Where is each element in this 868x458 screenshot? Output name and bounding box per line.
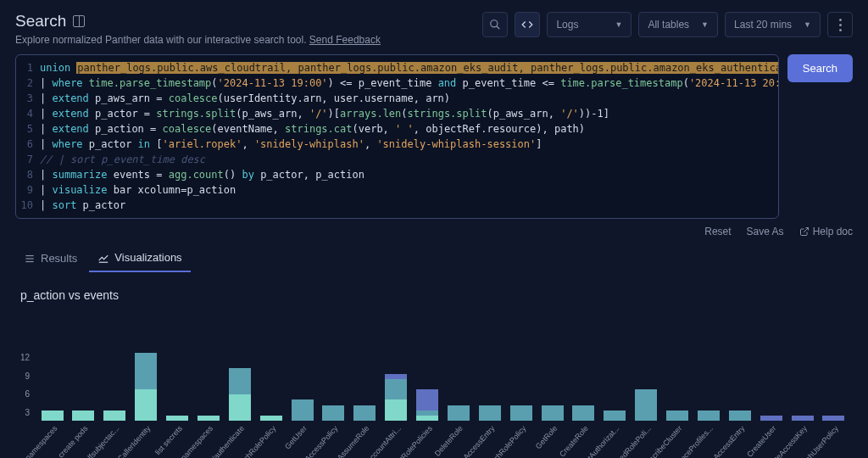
line-number: 10 <box>16 198 40 213</box>
chevron-down-icon: ▼ <box>804 20 811 29</box>
bar-column[interactable]: CreateAccessKey <box>788 310 816 421</box>
save-as-link[interactable]: Save As <box>747 226 784 237</box>
bar-label: CreateUser <box>745 424 777 458</box>
bar-column[interactable]: DeleteRole <box>445 310 473 421</box>
bar <box>760 416 782 421</box>
bar-segment <box>479 405 501 421</box>
page-subtitle: Explore normalized Panther data with our… <box>15 34 381 46</box>
help-doc-link[interactable]: Help doc <box>799 226 853 237</box>
bar <box>198 416 220 421</box>
bar-label: AssumeRole <box>336 424 371 458</box>
magnifier-icon <box>489 19 501 31</box>
search-icon-button[interactable] <box>482 12 508 37</box>
bar-column[interactable]: DescribeCluster <box>664 310 692 421</box>
bar <box>322 405 344 421</box>
bar-segment <box>260 416 282 421</box>
code-mode-button[interactable] <box>515 12 540 37</box>
bar-column[interactable]: create pods <box>70 310 97 421</box>
source-select[interactable]: Logs ▼ <box>547 12 632 37</box>
header-controls: Logs ▼ All tables ▼ Last 20 mins ▼ <box>482 12 853 37</box>
bar <box>353 405 376 421</box>
code-text: | visualize bar xcolumn=p_action <box>40 182 236 198</box>
bar-segment <box>666 411 688 421</box>
y-tick: 3 <box>20 408 30 417</box>
bar-segment <box>542 405 564 421</box>
bar <box>792 416 814 421</box>
book-icon[interactable] <box>73 15 85 27</box>
list-icon <box>24 253 36 265</box>
bar-segment <box>135 389 157 421</box>
y-tick: 9 <box>20 371 30 381</box>
bar-segment <box>729 411 751 421</box>
more-menu-button[interactable] <box>827 12 853 37</box>
line-number: 5 <box>16 121 40 137</box>
bar <box>604 411 626 421</box>
time-range-select[interactable]: Last 20 mins ▼ <box>725 12 821 37</box>
bar-label: DeleteRole <box>433 424 465 458</box>
help-doc-label: Help doc <box>813 226 853 237</box>
bar-segment <box>604 411 626 421</box>
editor-line: 10| sort p_actor <box>16 198 778 213</box>
bar-column[interactable]: GetUser <box>288 310 316 421</box>
bar-segment <box>229 394 251 421</box>
query-editor[interactable]: 1union panther_logs.public.aws_cloudtrai… <box>15 54 779 219</box>
bar-column[interactable]: ListRolePolicies <box>414 310 442 421</box>
bar-column[interactable]: get namespaces <box>38 310 66 421</box>
line-number: 6 <box>16 137 40 152</box>
source-select-label: Logs <box>556 19 578 31</box>
bar <box>572 405 594 421</box>
tab-visualizations[interactable]: Visualizations <box>89 244 190 272</box>
bar-column[interactable]: create namespaces <box>195 310 223 421</box>
bar-segment <box>135 353 157 389</box>
bar-segment <box>510 405 532 421</box>
editor-actions: Reset Save As Help doc <box>15 226 853 237</box>
bar <box>103 411 125 421</box>
chart-panel: p_action vs events 12963 get namespacesc… <box>15 288 853 421</box>
editor-line: 5| extend p_action = coalesce(eventName,… <box>16 121 778 137</box>
bar <box>385 374 407 421</box>
bar-segment <box>103 411 125 421</box>
bar-column[interactable]: CreateRole <box>570 310 598 421</box>
bar-column[interactable]: AssumeRole <box>351 310 379 421</box>
tab-visualizations-label: Visualizations <box>114 251 181 264</box>
bar-column[interactable]: ListAttachedRolePoli... <box>632 310 660 421</box>
send-feedback-link[interactable]: Send Feedback <box>309 34 381 46</box>
bar-column[interactable]: AssociateAccessPolicy <box>320 310 348 421</box>
tab-results[interactable]: Results <box>15 244 86 272</box>
bar-segment <box>792 416 814 421</box>
bar-segment <box>416 389 438 411</box>
bar <box>666 411 688 421</box>
bar-segment <box>822 416 844 421</box>
reset-link[interactable]: Reset <box>704 226 731 237</box>
bar-column[interactable]: ListInstanceProfiles... <box>695 310 723 421</box>
editor-line: 3| extend p_aws_arn = coalesce(userIdent… <box>16 91 778 106</box>
bar-column[interactable]: AttachUserPolicy <box>820 310 848 421</box>
tables-select[interactable]: All tables ▼ <box>638 12 718 37</box>
bar-column[interactable]: DeleteAccessEntry <box>726 310 754 421</box>
bar-column[interactable]: CreateUser <box>757 310 785 421</box>
bar <box>260 416 282 421</box>
bar-label: list secrets <box>153 424 184 456</box>
bar-column[interactable]: DetachRolePolicy <box>507 310 535 421</box>
search-button[interactable]: Search <box>787 54 853 82</box>
bar-column[interactable]: list secrets <box>164 310 192 421</box>
bar <box>229 368 251 421</box>
bar-column[interactable]: GetRole <box>538 310 566 421</box>
bar-column[interactable]: create selfsubjectac... <box>101 310 129 421</box>
svg-point-0 <box>491 20 498 27</box>
y-axis: 12963 <box>20 353 35 421</box>
bar-segment <box>635 389 657 421</box>
bar-column[interactable]: /authenticate <box>225 310 253 421</box>
line-number: 8 <box>16 167 40 182</box>
bar-segment <box>292 399 314 421</box>
line-number: 1 <box>16 60 40 75</box>
bar-column[interactable]: GetAccountAuthorizat... <box>601 310 629 421</box>
bar <box>72 411 94 421</box>
bar-segment <box>448 405 470 421</box>
bar-column[interactable]: CreateAccessEntry <box>476 310 504 421</box>
bar-column[interactable]: DescribeAccountAttri... <box>382 310 410 421</box>
page-title: Search <box>15 12 66 31</box>
bar-column[interactable]: GetCallerIdentity <box>132 310 160 421</box>
bar-column[interactable]: AttachRolePolicy <box>257 310 285 421</box>
y-tick: 6 <box>20 389 30 399</box>
